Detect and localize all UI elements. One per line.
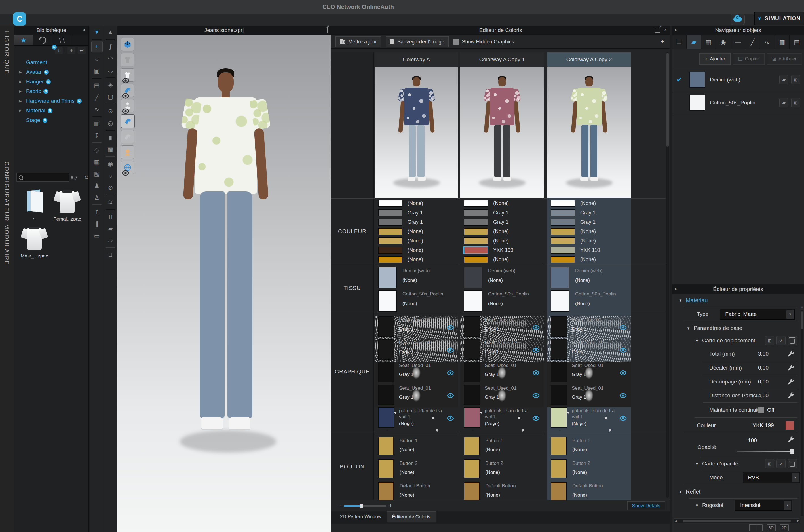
fabric-row[interactable]: Denim (web)(None): [375, 267, 458, 290]
avatar-shirt[interactable]: [194, 97, 257, 194]
fabric-thumbnail[interactable]: [464, 267, 482, 288]
color-row[interactable]: (None): [375, 246, 458, 255]
color-row[interactable]: Gray 1: [460, 208, 544, 217]
color-row[interactable]: Gray 1: [375, 208, 458, 217]
triangle-down-icon[interactable]: ▼: [695, 504, 699, 508]
graphic-row[interactable]: Back_Knee_02Gray 1: [547, 339, 631, 362]
mode-select[interactable]: RVB ▼: [743, 472, 800, 483]
color-row[interactable]: (None): [460, 255, 544, 264]
base-params-section[interactable]: ▼ Paramètres de base: [672, 322, 804, 334]
tool-icon[interactable]: ◌: [92, 54, 102, 64]
library-item[interactable]: Femal...zpac: [52, 189, 83, 222]
color-swatch[interactable]: [378, 218, 402, 226]
tree-item[interactable]: ▶ Fabric N: [14, 87, 89, 96]
popout-icon[interactable]: [654, 28, 660, 33]
library-tab-favorites[interactable]: ★: [14, 35, 33, 45]
tool-icon[interactable]: ⊔: [105, 250, 116, 260]
graphic-row[interactable]: Back_Knee_02Gray 1: [375, 339, 458, 362]
intensity-select[interactable]: Intensité ▼: [735, 500, 792, 511]
eye-icon[interactable]: [532, 415, 540, 422]
colorway-thumbnail[interactable]: [460, 67, 544, 198]
viewport-tool-icon[interactable]: [121, 99, 134, 112]
tool-icon[interactable]: ▣: [92, 65, 102, 76]
button-thumbnail[interactable]: [551, 459, 567, 478]
graphic-thumbnail[interactable]: [551, 362, 567, 382]
button-thumbnail[interactable]: [464, 482, 480, 501]
library-item[interactable]: ..: [19, 189, 50, 222]
graphic-thumbnail[interactable]: [378, 384, 395, 405]
expand-arrow-icon[interactable]: ▶: [19, 99, 22, 103]
library-item[interactable]: Male_...zpac: [19, 226, 50, 259]
tree-item[interactable]: ▶ Hardware and Trims N: [14, 96, 89, 106]
tool-icon[interactable]: ▧: [92, 168, 102, 179]
viewport-tool-icon[interactable]: [121, 53, 134, 66]
button-thumbnail[interactable]: [551, 482, 567, 501]
viewport-tool-icon[interactable]: [121, 68, 134, 82]
graphic-thumbnail[interactable]: [551, 407, 567, 428]
graphic-row[interactable]: palm ok_Plan de travail 1(None): [460, 407, 544, 434]
library-tab-connect[interactable]: ∖∖: [52, 35, 71, 45]
fabric-detail-icon[interactable]: ▰: [779, 98, 788, 107]
graphic-row[interactable]: Seat_Used_01Gray 1: [375, 362, 458, 384]
button-thumbnail[interactable]: [378, 437, 394, 455]
roughness-row[interactable]: ▼ Rugosité Intensité ▼: [672, 498, 804, 512]
tool-icon[interactable]: ♙: [92, 192, 102, 203]
button-row[interactable]: Button 1(None): [460, 437, 544, 459]
eye-icon[interactable]: [447, 415, 454, 422]
triangle-down-icon[interactable]: ▼: [678, 298, 682, 303]
colorway-thumbnail[interactable]: [547, 67, 631, 198]
fabric-row[interactable]: Denim (web)(None): [460, 267, 544, 290]
eye-icon[interactable]: [532, 324, 540, 331]
param-value[interactable]: 0,00: [758, 379, 784, 385]
trash-icon[interactable]: [788, 459, 797, 468]
scrollbar-handle[interactable]: [683, 519, 791, 522]
split-view-icon[interactable]: [749, 524, 763, 531]
eye-icon[interactable]: [619, 346, 627, 354]
zoom-out-icon[interactable]: −: [338, 503, 341, 509]
color-row[interactable]: (None): [547, 199, 631, 208]
graphic-row[interactable]: palm ok_Plan de travail 1(None): [375, 407, 458, 434]
colorway-column-selected[interactable]: Colorway A Copy 2 (None): [547, 53, 631, 500]
tree-item[interactable]: ▶ Hanger N: [14, 77, 89, 87]
button-row[interactable]: Button 1(None): [547, 437, 631, 459]
tool-icon[interactable]: ▢: [105, 91, 116, 102]
tool-icon[interactable]: ▩: [105, 144, 116, 155]
scroll-right-icon[interactable]: ▼: [796, 519, 800, 522]
tool-icon[interactable]: ▰: [105, 223, 116, 234]
viewport-tool-icon[interactable]: [121, 114, 135, 128]
colorway-column[interactable]: Colorway A (None): [375, 53, 458, 500]
eye-icon[interactable]: [619, 392, 627, 399]
triangle-down-icon[interactable]: ▼: [687, 326, 690, 330]
color-swatch[interactable]: [378, 200, 402, 207]
object-list-item[interactable]: ✔ Denim (web) ▰ ⊞: [672, 68, 804, 91]
tool-icon[interactable]: ╱: [92, 92, 102, 103]
color-swatch[interactable]: [551, 200, 575, 207]
save-image-button[interactable]: Sauvegarder l'Image: [386, 36, 449, 47]
graphic-row[interactable]: Seat_Used_01Gray 1: [460, 384, 544, 407]
tool-icon[interactable]: ◉: [105, 158, 116, 169]
tool-icon[interactable]: ◇: [92, 145, 102, 155]
graphic-thumbnail[interactable]: [551, 339, 567, 360]
fabric-row[interactable]: Cotton_50s_Poplin(None): [375, 290, 458, 314]
color-row[interactable]: YKK 110: [547, 246, 631, 255]
reflect-section[interactable]: ▼ Reflet: [672, 485, 804, 498]
collapse-panel-icon[interactable]: ◄: [82, 28, 85, 32]
fabric-thumbnail[interactable]: [378, 267, 397, 288]
color-swatch[interactable]: [378, 256, 402, 263]
tool-icon[interactable]: ♟: [92, 180, 102, 191]
viewport-tool-icon[interactable]: [121, 38, 134, 51]
tool-icon[interactable]: ⊘: [105, 182, 116, 193]
popout-icon[interactable]: [327, 28, 328, 32]
add-icon[interactable]: +: [68, 47, 75, 54]
tool-icon[interactable]: ⊙: [105, 106, 116, 117]
color-swatch[interactable]: [551, 228, 575, 235]
color-row[interactable]: (None): [375, 227, 458, 236]
graphic-thumbnail[interactable]: [378, 407, 395, 428]
tool-icon[interactable]: ▮: [105, 132, 116, 143]
color-row[interactable]: Gray 1: [547, 208, 631, 217]
scroll-up-icon[interactable]: ▲: [801, 306, 803, 310]
tool-icon[interactable]: ◈: [105, 79, 116, 90]
color-row[interactable]: (None): [460, 199, 544, 208]
graphic-thumbnail[interactable]: [464, 317, 480, 337]
eye-icon[interactable]: [447, 346, 454, 354]
